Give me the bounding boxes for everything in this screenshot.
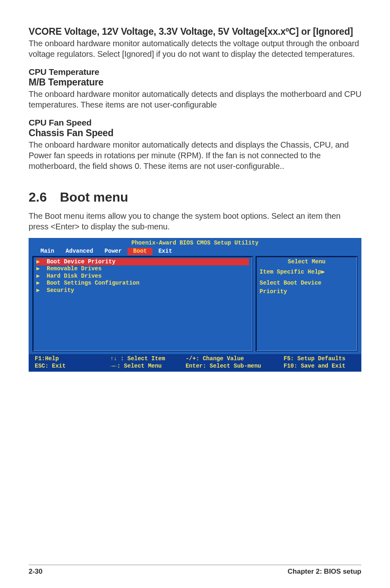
heading-cpu-temp: CPU Temperature	[29, 67, 361, 77]
footer-rule	[29, 565, 361, 565]
bios-footer-change: -/+: Change Value	[186, 355, 244, 362]
heading-mb-temp: M/B Temperature	[29, 77, 361, 88]
bios-help-line1: Item Specific Help▶	[260, 268, 354, 276]
bios-footer-leftright: →←: Select Menu	[110, 363, 161, 369]
page-number: 2-30	[29, 568, 43, 576]
bios-tab-main: Main	[35, 248, 60, 255]
bios-tab-boot: Boot	[128, 248, 153, 255]
triangle-right-icon: ▶	[36, 258, 40, 265]
footer-chapter: Chapter 2: BIOS setup	[288, 568, 361, 576]
triangle-right-icon: ▶	[36, 273, 40, 279]
bios-footer-col2: ↑↓ : Select Item →←: Select Menu	[110, 355, 185, 370]
bios-footer-enter: Enter: Select Sub-menu	[186, 363, 261, 369]
page-footer: 2-30 Chapter 2: BIOS setup	[29, 568, 361, 576]
bios-item-hard-disk-drives: ▶ Hard Disk Drives	[36, 273, 249, 280]
bios-left-panel: ▶ Boot Device Priority ▶ Removable Drive…	[32, 256, 253, 352]
bios-right-panel: Select Menu Item Specific Help▶ Select B…	[256, 256, 358, 352]
triangle-right-icon: ▶	[36, 280, 40, 286]
triangle-right-icon: ▶	[36, 265, 40, 272]
bios-help-line2: Select Boot Device	[260, 279, 354, 287]
chapter-intro: The Boot menu items allow you to change …	[29, 211, 361, 232]
bios-item-label: Boot Device Priority	[47, 258, 115, 265]
chapter-name: Boot menu	[60, 190, 128, 204]
bios-help-line3: Priority	[260, 287, 354, 296]
bios-title: Phoenix-Award BIOS CMOS Setup Utility	[29, 238, 361, 248]
bios-item-boot-settings: ▶ Boot Settings Configuration	[36, 280, 249, 287]
bios-item-label: Removable Drives	[47, 265, 101, 272]
bios-tab-exit: Exit	[152, 248, 178, 255]
bios-footer-col3: -/+: Change Value Enter: Select Sub-menu	[186, 355, 284, 370]
bios-item-removable-drives: ▶ Removable Drives	[36, 265, 249, 273]
bios-tab-power: Power	[99, 248, 128, 255]
heading-chassis-fan: Chassis Fan Speed	[29, 128, 361, 139]
chapter-number: 2.6	[29, 190, 47, 205]
bios-tab-advanced: Advanced	[60, 248, 99, 255]
bios-footer-f5: F5: Setup Defaults	[284, 355, 345, 362]
bios-footer-f1: F1:Help	[35, 355, 59, 362]
bios-item-security: ▶ Security	[36, 287, 249, 294]
bios-footer: F1:Help ESC: Exit ↑↓ : Select Item →←: S…	[29, 354, 361, 371]
bios-item-label: Boot Settings Configuration	[47, 280, 139, 286]
heading-cpu-fan: CPU Fan Speed	[29, 118, 361, 128]
triangle-right-icon: ▶	[36, 287, 40, 294]
bios-footer-col1: F1:Help ESC: Exit	[35, 355, 110, 370]
bios-footer-f10: F10: Save and Exit	[284, 363, 345, 369]
bios-screenshot: Phoenix-Award BIOS CMOS Setup Utility Ma…	[29, 238, 361, 372]
bios-item-label: Hard Disk Drives	[47, 273, 101, 279]
bios-footer-updown: ↑↓ : Select Item	[110, 355, 165, 362]
bios-tabs: Main Advanced Power Boot Exit	[29, 248, 361, 256]
paragraph-vcore: The onboard hardware monitor automatical…	[29, 38, 361, 60]
paragraph-fan: The onboard hardware monitor automatical…	[29, 139, 361, 172]
heading-vcore: VCORE Voltage, 12V Voltage, 3.3V Voltage…	[29, 26, 361, 37]
bios-item-label: Security	[47, 287, 74, 294]
chapter-title: 2.6Boot menu	[29, 190, 361, 205]
bios-footer-esc: ESC: Exit	[35, 363, 66, 369]
paragraph-temp: The onboard hardware monitor automatical…	[29, 89, 361, 110]
bios-item-boot-device-priority: ▶ Boot Device Priority	[36, 258, 249, 266]
bios-right-title: Select Menu	[260, 258, 354, 266]
bios-footer-col4: F5: Setup Defaults F10: Save and Exit	[284, 355, 355, 370]
